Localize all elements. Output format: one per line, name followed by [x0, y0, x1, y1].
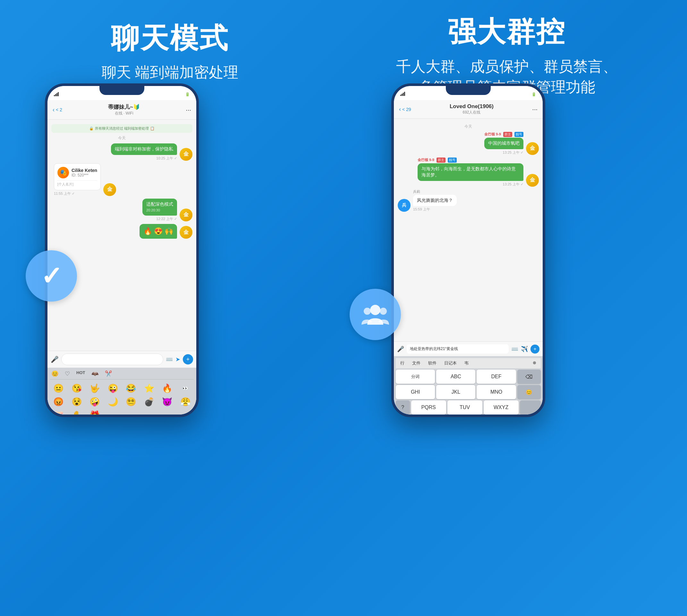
- key-wxyz[interactable]: WXYZ: [484, 400, 518, 415]
- vip-badge: 靓号: [514, 132, 524, 137]
- phone-left-screen: 🔋 ‹ < 2 蒂娜妹儿~🔰 在线 · WiFi ··· 🔒 所有聊天消息经过 …: [47, 86, 196, 415]
- keyboard-icon-right[interactable]: ⌨️: [511, 346, 518, 353]
- emoji-item[interactable]: 😈: [159, 396, 176, 408]
- emoji-item[interactable]: 😤: [177, 396, 194, 408]
- emoji-item[interactable]: 😵‍💫: [123, 396, 139, 408]
- left-header: 聊天模式 聊天 端到端加密处理: [26, 19, 314, 83]
- chat-header-left[interactable]: ‹ < 2 蒂娜妹儿~🔰 在线 · WiFi ···: [47, 100, 196, 120]
- bubble-time-2: 13:25 上午 ✓: [418, 182, 524, 187]
- key-backspace[interactable]: ⌫: [517, 370, 541, 384]
- toolbar-item[interactable]: 文件: [409, 359, 423, 367]
- svg-point-1: [364, 308, 371, 315]
- notch-right: [446, 86, 491, 95]
- bubble-container: 🎭 Cilike Keten ID: 520*** [个人名片] 11:55 上…: [54, 163, 101, 196]
- emoji-item[interactable]: 🤟: [86, 382, 103, 394]
- emoji-tab-scissors[interactable]: ✂️: [105, 370, 112, 377]
- emoji-item[interactable]: 😵: [68, 396, 85, 408]
- key-tuv[interactable]: TUV: [447, 400, 482, 415]
- emoji-item[interactable]: 🌙: [105, 396, 121, 408]
- emoji-tab-smile[interactable]: 😊: [51, 370, 58, 377]
- emoji-item[interactable]: 🔥: [159, 382, 176, 394]
- avatar: 金: [526, 174, 539, 187]
- day-label-left: 今天: [51, 135, 193, 141]
- group-icon: [361, 302, 390, 327]
- avatar: 兵: [398, 199, 411, 212]
- bubble-container: 适配深色模式 20:20:30 12:22 上午 ✓: [142, 199, 177, 221]
- emoji-item[interactable]: 😂: [123, 382, 139, 394]
- message-row: 金 金巴顿 9-9 群主 靓号 与海为邻，向海而生，是无数都市人心中的诗意海居梦…: [398, 157, 539, 187]
- emoji-item[interactable]: 👀: [177, 382, 194, 394]
- emoji-tab-hot[interactable]: HOT: [76, 370, 85, 377]
- key-mno[interactable]: MNO: [477, 385, 516, 399]
- message-row: 金 端到端非对称加密，保护隐私 10:25 上午 ✓: [51, 144, 193, 161]
- key-abc[interactable]: ABC: [436, 370, 475, 384]
- card-label: [个人名片]: [58, 180, 97, 187]
- emoji-item[interactable]: ⭐: [141, 382, 158, 394]
- emoji-item[interactable]: 💣: [141, 396, 158, 408]
- avatar: 金: [180, 226, 193, 239]
- emoji-item[interactable]: 😘: [68, 382, 85, 394]
- key-row-2: GHI JKL MNO 😊: [396, 385, 541, 399]
- phone-left: 🔋 ‹ < 2 蒂娜妹儿~🔰 在线 · WiFi ··· 🔒 所有聊天消息经过 …: [45, 83, 199, 417]
- card-name: Cilike Keten: [71, 168, 97, 173]
- bubble-time: 13:25 上午 ✓: [484, 150, 524, 155]
- emoji-item[interactable]: 😜: [105, 382, 121, 394]
- message-row: 🎭 Cilike Keten ID: 520*** [个人名片] 11:55 上…: [51, 163, 193, 196]
- mic-icon-right[interactable]: 🎤: [397, 346, 404, 353]
- emoji-tabs: 😊 ♡ HOT 🦇 ✂️: [50, 370, 194, 379]
- emoji-item[interactable]: ✋: [68, 409, 85, 415]
- keyboard-icon[interactable]: ⌨️: [166, 356, 173, 363]
- toolbar-close[interactable]: ⊗: [530, 359, 539, 367]
- check-icon: ✓: [41, 261, 62, 291]
- send-icon[interactable]: ➤: [175, 356, 180, 363]
- bubble-sent: 🔥 😍 🙌: [139, 224, 177, 239]
- emoji-item[interactable]: 🎁: [86, 409, 103, 415]
- bubble-time: 10:25 上午 ✓: [111, 156, 177, 161]
- keyboard-toolbar: 行 文件 软件 日记本 韦 ⊗: [396, 358, 541, 368]
- bubble-container: 兵莉 风光旖旎的北海？ 15:59 上午: [413, 189, 457, 212]
- bubble-container: 🔥 😍 🙌: [139, 224, 177, 239]
- chat-title-right: Loved One(1906) 692人在线: [411, 103, 532, 115]
- bubble-time: 15:59 上午: [413, 207, 457, 212]
- bottom-section-right: 🎤 地处亚热带的北纬21°黄金线 ⌨️ ✈️ + 行 文件 软件 日记本: [394, 342, 543, 415]
- key-emoji[interactable]: 😊: [517, 385, 541, 399]
- more-button-left[interactable]: ···: [186, 106, 191, 114]
- more-button-right[interactable]: ···: [532, 106, 537, 113]
- key-jkl[interactable]: JKL: [436, 385, 475, 399]
- message-row: 金 🔥 😍 🙌: [51, 224, 193, 239]
- input-row-right: 🎤 地处亚热带的北纬21°黄金线 ⌨️ ✈️ +: [397, 344, 539, 354]
- chat-header-right[interactable]: ‹ < 29 Loved One(1906) 692人在线 ···: [394, 100, 543, 119]
- key-def[interactable]: DEF: [477, 370, 516, 384]
- bubble-sent: 中国的城市氧吧: [484, 138, 524, 149]
- phone-right: 🔋 ‹ < 29 Loved One(1906) 692人在线 ··· 今天 金: [391, 83, 545, 417]
- plus-button-right[interactable]: +: [531, 345, 539, 354]
- send-icon-right[interactable]: ✈️: [521, 346, 528, 353]
- toolbar-item[interactable]: 日记本: [442, 359, 459, 367]
- key-ghi[interactable]: GHI: [396, 385, 435, 399]
- card-bubble: 🎭 Cilike Keten ID: 520*** [个人名片]: [54, 163, 101, 190]
- toolbar-item[interactable]: 软件: [426, 359, 439, 367]
- chat-title-left: 蒂娜妹儿~🔰 在线 · WiFi: [62, 103, 186, 116]
- text-input-right[interactable]: 地处亚热带的北纬21°黄金线: [407, 344, 509, 354]
- group-badge: [350, 289, 401, 340]
- key-fenchi[interactable]: 分词: [396, 370, 435, 384]
- emoji-grid: 😐 😘 🤟 😜 😂 ⭐ 🔥 👀 😡 😵 🤪 🌙 😵‍💫 💣: [50, 382, 194, 415]
- bubble-container: 金巴顿 9-9 群主 靓号 中国的城市氧吧 13:25 上午 ✓: [484, 132, 524, 155]
- mic-icon[interactable]: 🎤: [51, 355, 59, 363]
- key-question[interactable]: ?: [396, 400, 410, 415]
- plus-button[interactable]: +: [183, 354, 193, 365]
- emoji-item[interactable]: 😐: [50, 382, 67, 394]
- key-pqrs[interactable]: PQRS: [411, 400, 446, 415]
- toolbar-item[interactable]: 韦: [462, 359, 471, 367]
- toolbar-item[interactable]: 行: [398, 359, 407, 367]
- emoji-item[interactable]: 😡: [50, 396, 67, 408]
- emoji-item[interactable]: 🤪: [86, 396, 103, 408]
- text-input-left[interactable]: [61, 354, 163, 365]
- emoji-tab-bat[interactable]: 🦇: [91, 370, 98, 377]
- screen-content-right: 今天 金 金巴顿 9-9 群主 靓号 中国的城市氧吧 13:25 上午 ✓: [394, 119, 543, 415]
- back-button-left[interactable]: ‹ < 2: [52, 107, 62, 113]
- message-row: 金 金巴顿 9-9 群主 靓号 中国的城市氧吧 13:25 上午 ✓: [398, 132, 539, 155]
- emoji-tab-heart[interactable]: ♡: [65, 370, 70, 377]
- avatar: 金: [180, 208, 193, 221]
- back-button-right[interactable]: ‹ < 29: [399, 106, 411, 113]
